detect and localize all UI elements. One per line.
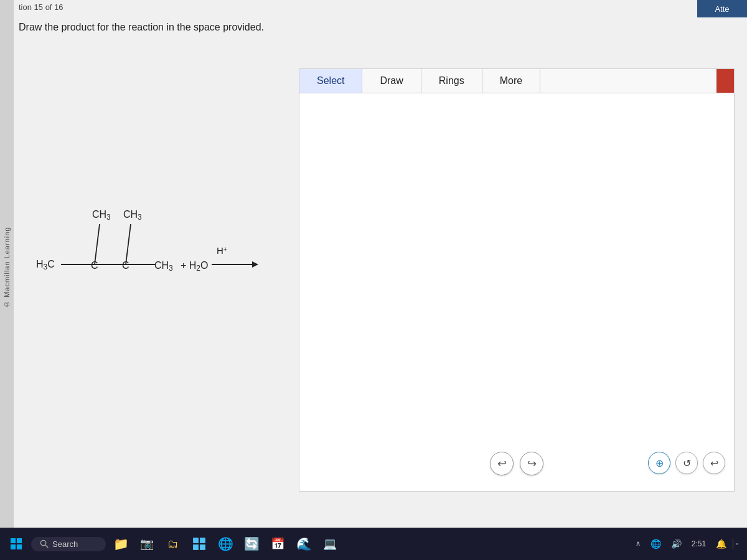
taskbar-extra[interactable]: 💻 bbox=[319, 533, 341, 555]
svg-rect-21 bbox=[193, 538, 199, 543]
undo-icon: ↩ bbox=[497, 457, 507, 470]
file-explorer-icon: 📁 bbox=[114, 537, 128, 551]
undo-circle-icon: ↺ bbox=[683, 457, 691, 469]
side-label: © Macmillan Learning bbox=[0, 0, 14, 535]
question-header: Draw the product for the reaction in the… bbox=[19, 22, 264, 33]
svg-line-20 bbox=[45, 545, 48, 548]
svg-text:C: C bbox=[91, 260, 98, 271]
tiles-icon bbox=[192, 537, 206, 551]
select-button[interactable]: Select bbox=[299, 69, 362, 93]
svg-rect-24 bbox=[200, 544, 205, 550]
svg-text:C: C bbox=[122, 260, 129, 271]
start-button[interactable] bbox=[5, 533, 27, 555]
back-circle-icon: ↩ bbox=[710, 457, 718, 469]
taskbar: Search 📁 📷 🗂 🌐 🔄 📅 🌊 💻 ∧ 🌐 bbox=[0, 528, 747, 560]
main-content: © Macmillan Learning Atte tion 15 of 16 … bbox=[0, 0, 747, 535]
svg-line-6 bbox=[95, 224, 100, 264]
show-desktop[interactable]: ▫ bbox=[733, 539, 742, 549]
taskbar-search[interactable]: Search bbox=[31, 537, 106, 551]
question-number: tion 15 of 16 bbox=[19, 0, 63, 12]
draw-button[interactable]: Draw bbox=[362, 69, 421, 93]
toolbar: Select Draw Rings More bbox=[299, 69, 734, 93]
taskbar-browser-green[interactable]: 🌐 bbox=[214, 533, 237, 555]
taskbar-refresh[interactable]: 🔄 bbox=[240, 533, 263, 555]
undo-circle-button[interactable]: ↺ bbox=[675, 452, 698, 474]
tray-up-arrow[interactable]: ∧ bbox=[632, 538, 644, 549]
camera-icon: 📷 bbox=[140, 537, 154, 551]
clock[interactable]: 2:51 bbox=[688, 538, 710, 551]
taskbar-file-explorer[interactable]: 📁 bbox=[110, 533, 132, 555]
plus-circle-icon: ⊕ bbox=[655, 457, 664, 469]
svg-text:+ H2O: + H2O bbox=[181, 260, 208, 273]
taskbar-edge[interactable]: 🌊 bbox=[293, 533, 315, 555]
browser-green-icon: 🌐 bbox=[218, 537, 232, 551]
svg-marker-14 bbox=[252, 261, 258, 268]
taskbar-calendar[interactable]: 📅 bbox=[266, 533, 289, 555]
draw-actions: ↩ ↪ bbox=[490, 452, 543, 475]
atte-button[interactable]: Atte bbox=[697, 0, 747, 17]
svg-point-19 bbox=[40, 540, 45, 545]
svg-text:H+: H+ bbox=[217, 245, 227, 256]
redo-button[interactable]: ↪ bbox=[520, 452, 543, 475]
svg-rect-16 bbox=[17, 538, 22, 543]
svg-text:CH3: CH3 bbox=[123, 209, 142, 222]
top-right-actions: ⊕ ↺ ↩ bbox=[648, 452, 725, 474]
notification-icon[interactable]: 🔔 bbox=[712, 538, 730, 550]
drawing-panel: Select Draw Rings More ↩ ↪ bbox=[299, 68, 735, 492]
svg-line-7 bbox=[126, 224, 131, 264]
windows-icon bbox=[10, 538, 22, 550]
rings-button[interactable]: Rings bbox=[421, 69, 482, 93]
svg-rect-18 bbox=[17, 544, 22, 549]
svg-rect-23 bbox=[193, 544, 199, 550]
refresh-icon: 🔄 bbox=[245, 537, 258, 551]
back-circle-button[interactable]: ↩ bbox=[703, 452, 725, 474]
svg-text:H3C: H3C bbox=[36, 259, 55, 271]
more-button[interactable]: More bbox=[482, 69, 540, 93]
taskbar-camera[interactable]: 📷 bbox=[136, 533, 158, 555]
chem-structure: CH3 CH3 H3C C C CH3 + H2O bbox=[19, 199, 286, 336]
redo-icon: ↪ bbox=[527, 457, 537, 470]
taskbar-right: ∧ 🌐 🔊 2:51 🔔 ▫ bbox=[632, 538, 742, 551]
calendar-icon: 📅 bbox=[271, 537, 284, 551]
taskbar-files[interactable]: 🗂 bbox=[162, 533, 184, 555]
volume-icon[interactable]: 🔊 bbox=[667, 538, 685, 550]
search-text: Search bbox=[52, 539, 78, 549]
files-icon: 🗂 bbox=[166, 537, 180, 551]
taskbar-tiles[interactable] bbox=[188, 533, 210, 555]
extra-icon: 💻 bbox=[323, 537, 337, 551]
svg-rect-22 bbox=[200, 538, 205, 543]
svg-rect-15 bbox=[11, 538, 16, 543]
canvas-area[interactable]: ↩ ↪ ⊕ ↺ ↩ bbox=[299, 93, 734, 483]
plus-circle-button[interactable]: ⊕ bbox=[648, 452, 670, 474]
chemistry-svg: CH3 CH3 H3C C C CH3 + H2O bbox=[19, 199, 280, 311]
svg-text:CH3: CH3 bbox=[154, 260, 173, 273]
undo-button[interactable]: ↩ bbox=[490, 452, 514, 475]
network-icon[interactable]: 🌐 bbox=[647, 538, 665, 550]
svg-text:CH3: CH3 bbox=[92, 209, 111, 222]
svg-rect-17 bbox=[11, 544, 16, 549]
edge-icon: 🌊 bbox=[297, 537, 311, 551]
search-icon bbox=[40, 539, 49, 548]
toolbar-red-end bbox=[716, 69, 734, 93]
